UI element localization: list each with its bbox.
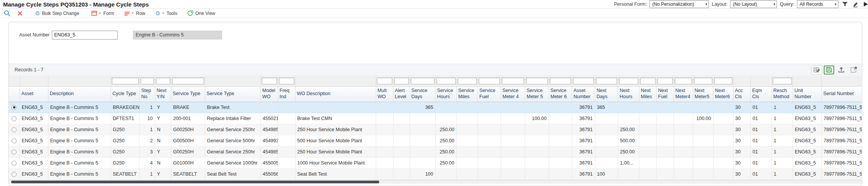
column-header-resch_method[interactable]: Resch Method bbox=[772, 86, 793, 102]
column-header-service_meter6[interactable]: Service Meter 6 bbox=[549, 86, 572, 102]
filter-icon[interactable] bbox=[841, 1, 849, 8]
column-header-mult_wo[interactable]: Mult WO bbox=[376, 86, 393, 102]
qbe-filter-service_days[interactable] bbox=[411, 77, 435, 84]
row-menu-button[interactable]: ▼ Row bbox=[124, 11, 145, 16]
one-view-menu-button[interactable]: One View bbox=[187, 10, 215, 16]
maximize-grid-icon[interactable] bbox=[848, 66, 859, 74]
grid-cell-service_type_desc: General Service 500hr bbox=[205, 135, 261, 146]
scrollbar-thumb[interactable] bbox=[11, 181, 379, 183]
column-header-model_wo[interactable]: Model WO bbox=[261, 86, 278, 102]
grid-cell-resch_method: 1 bbox=[772, 168, 793, 179]
personal-form-select[interactable]: (No Personalization) ▾ bbox=[649, 0, 709, 8]
column-header-next_fuel[interactable]: Next Fuel bbox=[656, 86, 674, 102]
qbe-filter-resch_method[interactable] bbox=[773, 77, 792, 84]
grid-cell-next_meter6 bbox=[713, 102, 733, 113]
column-header-service_type_desc[interactable]: Service Type bbox=[205, 86, 261, 102]
column-header-next_days[interactable]: Next Days bbox=[595, 86, 618, 102]
grid-cell-cycle_type: SEATBELT bbox=[111, 168, 139, 179]
query-select[interactable]: All Records ▾ bbox=[797, 0, 838, 8]
qbe-filter-service_hours[interactable] bbox=[436, 77, 456, 84]
row-radio[interactable] bbox=[12, 150, 17, 155]
column-header-next_meter4[interactable]: Next Meter4 bbox=[674, 86, 693, 102]
grid-cell-mult_wo bbox=[376, 135, 393, 146]
qbe-filter-service_meter5[interactable] bbox=[526, 77, 548, 84]
qbe-filter-next_meter4[interactable] bbox=[675, 77, 692, 84]
qbe-filter-cycle_type[interactable] bbox=[112, 77, 139, 84]
bulk-step-change-button[interactable]: ⚙ Bulk Step Change bbox=[35, 10, 79, 16]
qbe-filter-service_fuel[interactable] bbox=[479, 77, 500, 84]
qbe-filter-service_meter4[interactable] bbox=[502, 77, 524, 84]
row-radio[interactable] bbox=[12, 116, 17, 121]
column-header-next_yn[interactable]: Next Y/N bbox=[155, 86, 171, 102]
column-header-service_miles[interactable]: Service Miles bbox=[456, 86, 478, 102]
qbe-filter-freq_ind[interactable] bbox=[279, 77, 294, 84]
table-row[interactable]: ENG63_5Engine B - Cummins 5G2503YG00250H… bbox=[9, 146, 862, 157]
column-header-service_meter5[interactable]: Service Meter 5 bbox=[525, 86, 549, 102]
find-button[interactable] bbox=[4, 10, 10, 16]
column-header-next_miles[interactable]: Next Miles bbox=[639, 86, 656, 102]
table-row[interactable]: ENG63_5Engine B - Cummins 5G2501NG00250H… bbox=[9, 124, 862, 135]
column-header-wo_description[interactable]: WO Description bbox=[295, 86, 376, 102]
asset-number-input[interactable] bbox=[52, 31, 118, 40]
column-header-asset_number[interactable]: Asset Number bbox=[572, 86, 595, 102]
column-header-alert_level[interactable]: Alert Level bbox=[393, 86, 410, 102]
qbe-filter-next_meter5[interactable] bbox=[694, 77, 712, 84]
table-row[interactable]: ENG63_5Engine B - Cummins 5BRAKEGEN1YBRA… bbox=[9, 102, 862, 113]
column-header-service_meter4[interactable]: Service Meter 4 bbox=[501, 86, 525, 102]
grid-cell-service_days: 365 bbox=[410, 102, 435, 113]
form-menu-button[interactable]: ▼ Form bbox=[91, 11, 114, 16]
grid-cell-service_meter4 bbox=[501, 146, 525, 157]
column-header-unit_number[interactable]: Unit Number bbox=[793, 86, 822, 102]
qbe-filter-next_hours[interactable] bbox=[619, 77, 638, 84]
column-header-service_fuel[interactable]: Service Fuel bbox=[478, 86, 501, 102]
column-header-service_hours[interactable]: Service Hours bbox=[435, 86, 456, 102]
column-header-next_hours[interactable]: Next Hours bbox=[618, 86, 639, 102]
layout-select[interactable]: (No Layout) ▾ bbox=[730, 0, 777, 8]
edit-grid-icon[interactable] bbox=[812, 66, 822, 74]
edit-query-icon[interactable] bbox=[851, 1, 859, 8]
row-radio[interactable] bbox=[12, 138, 17, 143]
export-grid-icon[interactable] bbox=[836, 66, 846, 74]
column-header-next_meter5[interactable]: Next Meter5 bbox=[693, 86, 713, 102]
advanced-query-icon[interactable] bbox=[862, 1, 868, 8]
column-header-asset[interactable]: Asset bbox=[20, 86, 48, 102]
row-radio[interactable] bbox=[12, 127, 17, 132]
column-header-serial_number[interactable]: Serial Number bbox=[822, 86, 862, 102]
row-radio[interactable] bbox=[12, 161, 17, 166]
qbe-filter-next_yn[interactable] bbox=[156, 77, 170, 84]
qbe-filter-next_fuel[interactable] bbox=[657, 77, 673, 84]
column-header-acc_cls[interactable]: Acc Cls bbox=[733, 86, 750, 102]
column-header-service_days[interactable]: Service Days bbox=[410, 86, 435, 102]
column-header-cycle_type[interactable]: Cycle Type bbox=[111, 86, 139, 102]
column-header-eqm_cls[interactable]: Eqm Cls bbox=[750, 86, 772, 102]
grid-cell-next_days: 365 bbox=[595, 102, 618, 113]
column-header-step_no[interactable]: Step No bbox=[139, 86, 155, 102]
grid-cell-next_meter5 bbox=[693, 135, 713, 146]
close-button[interactable] bbox=[17, 11, 23, 16]
table-row[interactable]: ENG63_5Engine B - Cummins 5G2502NG00500H… bbox=[9, 135, 862, 146]
row-radio[interactable] bbox=[12, 172, 17, 177]
save-grid-icon[interactable] bbox=[824, 66, 834, 74]
qbe-filter-service_miles[interactable] bbox=[458, 77, 477, 84]
qbe-filter-next_days[interactable] bbox=[596, 77, 617, 84]
tools-menu-button[interactable]: ⚙ ▼ Tools bbox=[155, 10, 177, 16]
column-header-description[interactable]: Description bbox=[48, 86, 111, 102]
column-header-next_meter6[interactable]: Next Meter6 bbox=[713, 86, 733, 102]
qbe-filter-model_wo[interactable] bbox=[262, 77, 277, 84]
horizontal-scrollbar[interactable] bbox=[9, 180, 862, 184]
grid-cell-cycle_type: DFTEST1 bbox=[111, 113, 139, 124]
qbe-filter-step_no[interactable] bbox=[141, 77, 154, 84]
qbe-filter-service_type[interactable] bbox=[172, 77, 204, 84]
qbe-filter-next_miles[interactable] bbox=[640, 77, 656, 84]
qbe-filter-alert_level[interactable] bbox=[394, 77, 409, 84]
table-row[interactable]: ENG63_5Engine B - Cummins 5SEATBELT1YSEA… bbox=[9, 168, 862, 179]
column-header-freq_ind[interactable]: Freq Ind bbox=[278, 86, 295, 102]
qbe-filter-next_meter6[interactable] bbox=[714, 77, 732, 84]
qbe-filter-mult_wo[interactable] bbox=[377, 77, 392, 84]
table-row[interactable]: ENG63_5Engine B - Cummins 5DFTEST110Y200… bbox=[9, 113, 862, 124]
column-header-service_type[interactable]: Service Type bbox=[171, 86, 205, 102]
qbe-filter-asset_number[interactable] bbox=[573, 77, 594, 84]
qbe-filter-service_meter6[interactable] bbox=[550, 77, 571, 84]
table-row[interactable]: ENG63_5Engine B - Cummins 5G2504NG01000H… bbox=[9, 157, 862, 168]
row-radio[interactable] bbox=[12, 105, 17, 110]
